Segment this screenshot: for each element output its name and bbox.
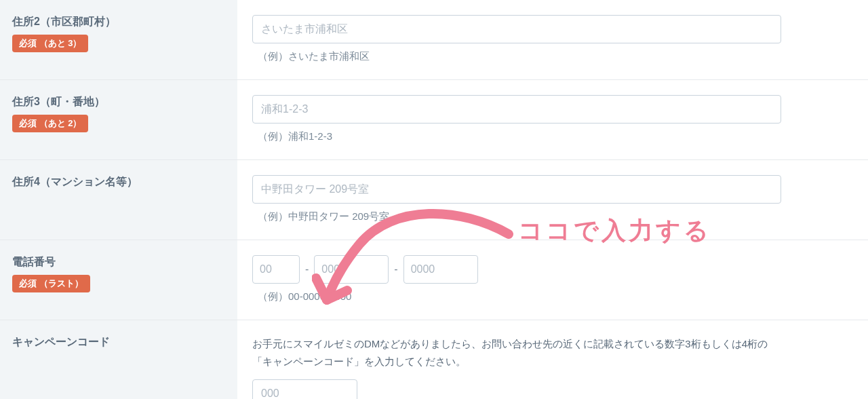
label-col-address4: 住所4（マンション名等） — [0, 160, 237, 240]
required-badge-address2: 必須 （あと 3） — [12, 35, 88, 52]
row-phone: 電話番号 必須 （ラスト） - - （例）00-0000-0000 — [0, 240, 868, 320]
label-col-campaign: キャンペーンコード — [0, 320, 237, 399]
campaign-description: お手元にスマイルゼミのDMなどがありましたら、お問い合わせ先の近くに記載されてい… — [252, 335, 781, 370]
input-col-address2: （例）さいたま市浦和区 — [237, 0, 868, 79]
required-badge-phone: 必須 （ラスト） — [12, 275, 90, 292]
phone-part1-input[interactable] — [252, 255, 300, 284]
phone-input-group: - - — [252, 255, 842, 284]
row-address4: 住所4（マンション名等） （例）中野田タワー 209号室 — [0, 160, 868, 240]
input-col-phone: - - （例）00-0000-0000 — [237, 240, 868, 320]
required-badge-address3: 必須 （あと 2） — [12, 115, 88, 132]
label-col-address3: 住所3（町・番地） 必須 （あと 2） — [0, 80, 237, 159]
campaign-code-input[interactable] — [252, 379, 357, 399]
label-col-phone: 電話番号 必須 （ラスト） — [0, 240, 237, 320]
row-address2: 住所2（市区郡町村） 必須 （あと 3） （例）さいたま市浦和区 — [0, 0, 868, 80]
label-col-address2: 住所2（市区郡町村） 必須 （あと 3） — [0, 0, 237, 79]
row-campaign: キャンペーンコード お手元にスマイルゼミのDMなどがありましたら、お問い合わせ先… — [0, 320, 868, 399]
phone-dash-1: - — [305, 263, 309, 276]
input-col-address4: （例）中野田タワー 209号室 — [237, 160, 868, 240]
hint-phone: （例）00-0000-0000 — [258, 290, 842, 303]
label-campaign: キャンペーンコード — [12, 335, 225, 349]
input-col-campaign: お手元にスマイルゼミのDMなどがありましたら、お問い合わせ先の近くに記載されてい… — [237, 320, 868, 399]
address4-input[interactable] — [252, 175, 781, 204]
phone-part3-input[interactable] — [403, 255, 478, 284]
address3-input[interactable] — [252, 95, 781, 124]
registration-form: 住所2（市区郡町村） 必須 （あと 3） （例）さいたま市浦和区 住所3（町・番… — [0, 0, 868, 399]
phone-dash-2: - — [394, 263, 397, 276]
input-col-address3: （例）浦和1-2-3 — [237, 80, 868, 159]
row-address3: 住所3（町・番地） 必須 （あと 2） （例）浦和1-2-3 — [0, 80, 868, 160]
address2-input[interactable] — [252, 15, 781, 43]
label-address3: 住所3（町・番地） — [12, 95, 225, 109]
phone-part2-input[interactable] — [314, 255, 389, 284]
label-address2: 住所2（市区郡町村） — [12, 15, 225, 29]
label-phone: 電話番号 — [12, 255, 225, 269]
label-address4: 住所4（マンション名等） — [12, 175, 225, 189]
hint-address4: （例）中野田タワー 209号室 — [258, 210, 842, 223]
hint-address2: （例）さいたま市浦和区 — [258, 50, 842, 63]
hint-address3: （例）浦和1-2-3 — [258, 130, 842, 143]
